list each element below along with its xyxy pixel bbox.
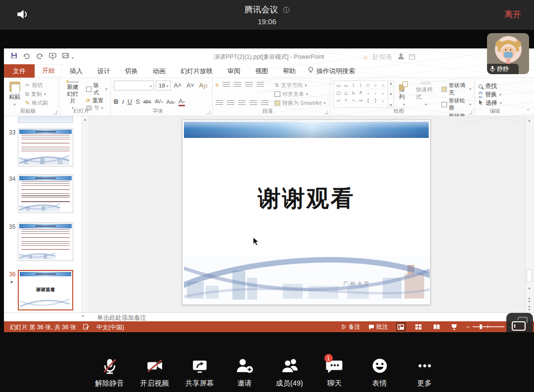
tab-view[interactable]: 视图 (248, 64, 275, 78)
language-text[interactable]: 中文(中国) (96, 323, 124, 332)
shape-triangle-icon[interactable]: △ (342, 89, 350, 96)
change-case-button[interactable]: Aa▾ (167, 99, 175, 105)
columns-icon[interactable] (261, 100, 268, 106)
paste-button[interactable]: 粘贴▾ (7, 81, 22, 108)
zoom-out-icon[interactable]: − (466, 323, 470, 331)
vertical-scrollbar[interactable]: ▲ ▼ ▲▲ ▼▼ (525, 116, 533, 312)
shape-curve-icon[interactable]: ~ (350, 96, 357, 104)
unmute-button[interactable]: 解除静音 (87, 357, 132, 388)
previous-slide-button[interactable]: ▲▲ (526, 295, 533, 304)
shape-arc-icon[interactable]: ∩ (379, 82, 387, 89)
shape-oval-icon[interactable]: ○ (372, 82, 379, 89)
shape-elbow-arrow-icon[interactable]: ↱ (357, 89, 364, 96)
slideshow-view-button[interactable] (448, 321, 460, 332)
scrollbar-thumb[interactable] (527, 269, 532, 282)
slide-editor-area[interactable]: 谢谢观看 广州大学 (88, 116, 534, 312)
tab-transitions[interactable]: 切换 (118, 64, 145, 78)
reset-button[interactable]: ⟳重置 (86, 97, 107, 104)
increase-indent-icon[interactable] (245, 82, 253, 88)
justify-icon[interactable] (250, 100, 257, 106)
shadow-button[interactable]: S (135, 98, 140, 105)
collapse-ribbon-icon[interactable]: ⌃ (526, 108, 530, 114)
decrease-font-icon[interactable]: A˅ (185, 82, 196, 89)
font-color-button[interactable]: A▾ (178, 97, 185, 106)
reading-view-button[interactable] (431, 321, 443, 332)
italic-button[interactable]: I (122, 98, 124, 106)
tell-me-search[interactable]: 操作说明搜索 (303, 64, 360, 78)
layout-button[interactable]: 版式▾ (86, 82, 107, 97)
shape-parallelogram-icon[interactable]: ▱ (335, 96, 342, 104)
shape-line-icon[interactable]: \ (350, 82, 357, 89)
gallery-more-icon[interactable]: ▼ (389, 103, 393, 107)
tab-animations[interactable]: 动画 (145, 64, 173, 78)
slide-title[interactable]: 谢谢观看 (182, 183, 430, 214)
decrease-indent-icon[interactable] (234, 82, 241, 88)
ribbon-display-options-icon[interactable] (409, 53, 415, 62)
shape-right-arrow-icon[interactable]: → (364, 89, 372, 96)
tab-insert[interactable]: 插入 (62, 64, 90, 78)
clipboard-dialog-launcher[interactable] (53, 111, 57, 114)
shape-scribble-icon[interactable]: ∾ (357, 96, 364, 104)
shape-equation-icon[interactable]: ⌄ (379, 96, 387, 104)
info-icon[interactable]: ⓘ (283, 6, 290, 14)
shape-chevron-icon[interactable]: ⌄ (379, 89, 387, 96)
spellcheck-icon[interactable] (83, 324, 89, 331)
more-button[interactable]: 更多 (402, 357, 447, 388)
notes-toggle-button[interactable]: 备注 (340, 321, 361, 332)
font-name-select[interactable]: ▾ (114, 81, 154, 90)
shape-vtextbox-icon[interactable]: ▭ (342, 82, 350, 89)
emoji-button[interactable]: 表情 (357, 357, 402, 388)
slide-canvas[interactable]: 谢谢观看 广州大学 (182, 120, 431, 305)
increase-font-icon[interactable]: A˄ (173, 82, 183, 89)
tab-home[interactable]: 开始 (35, 64, 62, 78)
panel-scroll-up-icon[interactable]: ▲ (82, 116, 88, 121)
bold-button[interactable]: B (114, 98, 118, 105)
paragraph-dialog-launcher[interactable] (324, 111, 328, 114)
quick-styles-button[interactable]: 快速样式▾ (414, 81, 438, 108)
align-left-icon[interactable] (216, 100, 223, 106)
notes-pane[interactable]: ▼ 单击此处添加备注 (4, 312, 534, 321)
scroll-up-icon[interactable]: ▲ (526, 117, 533, 124)
copy-button[interactable]: ⧉复制▾ (25, 90, 48, 98)
thumbnail-item-36[interactable]: 36 ★ 谢谢观看 (4, 270, 81, 312)
text-direction-button[interactable]: ⇅文字方向▾ (274, 82, 325, 89)
tab-review[interactable]: 审阅 (220, 64, 248, 78)
thumbnail-item-33[interactable]: 33 (4, 128, 81, 169)
bullets-button[interactable] (216, 84, 219, 87)
align-center-icon[interactable] (227, 100, 234, 106)
partial-thumbnail[interactable] (18, 116, 73, 123)
thumbnail-item-35[interactable]: 35 (4, 222, 81, 263)
shape-freeform-icon[interactable]: ✧ (342, 96, 350, 104)
replace-button[interactable]: abac替换▾ (479, 90, 502, 99)
tab-help[interactable]: 帮助 (275, 64, 303, 78)
shape-fill-button[interactable]: 形状填充▾ (442, 82, 471, 97)
find-button[interactable]: 查找 (479, 82, 502, 90)
leave-meeting-button[interactable]: 离开 (504, 9, 521, 20)
font-dialog-launcher[interactable] (207, 111, 210, 114)
next-slide-button[interactable]: ▼▼ (526, 304, 533, 312)
chat-button[interactable]: 1 聊天 (312, 357, 357, 388)
underline-button[interactable]: U (128, 98, 132, 105)
start-video-button[interactable]: 开启视频 (132, 357, 177, 388)
clear-format-icon[interactable]: A𝚙 (198, 82, 209, 89)
tab-slideshow[interactable]: 幻灯片放映 (173, 64, 220, 78)
strikethrough-button[interactable]: abc (143, 99, 151, 104)
invite-button[interactable]: 邀请 (222, 357, 267, 388)
drawing-dialog-launcher[interactable] (469, 111, 472, 114)
shape-elbow-icon[interactable]: ↳ (350, 89, 357, 96)
new-slide-button[interactable]: 新建幻灯片▾ (62, 81, 83, 108)
scroll-down-icon[interactable]: ▼ (526, 285, 533, 292)
panel-scrollbar[interactable]: ▲ (82, 116, 88, 312)
account-avatar-icon[interactable] (397, 52, 405, 62)
numbering-icon[interactable] (222, 82, 230, 88)
tab-design[interactable]: 设计 (90, 64, 118, 78)
align-text-button[interactable]: 对齐文本▾ (274, 90, 325, 98)
gallery-up-icon[interactable]: ▲ (389, 82, 393, 85)
cut-button[interactable]: ✂剪切 (25, 82, 48, 89)
thumbnail-item-34[interactable]: 34 (4, 174, 81, 215)
select-button[interactable]: 选择▾ (479, 99, 502, 107)
format-painter-button[interactable]: ✎格式刷 (25, 99, 48, 107)
zoom-slider[interactable] (473, 326, 504, 327)
normal-view-button[interactable] (395, 321, 407, 332)
align-right-icon[interactable] (238, 100, 246, 106)
